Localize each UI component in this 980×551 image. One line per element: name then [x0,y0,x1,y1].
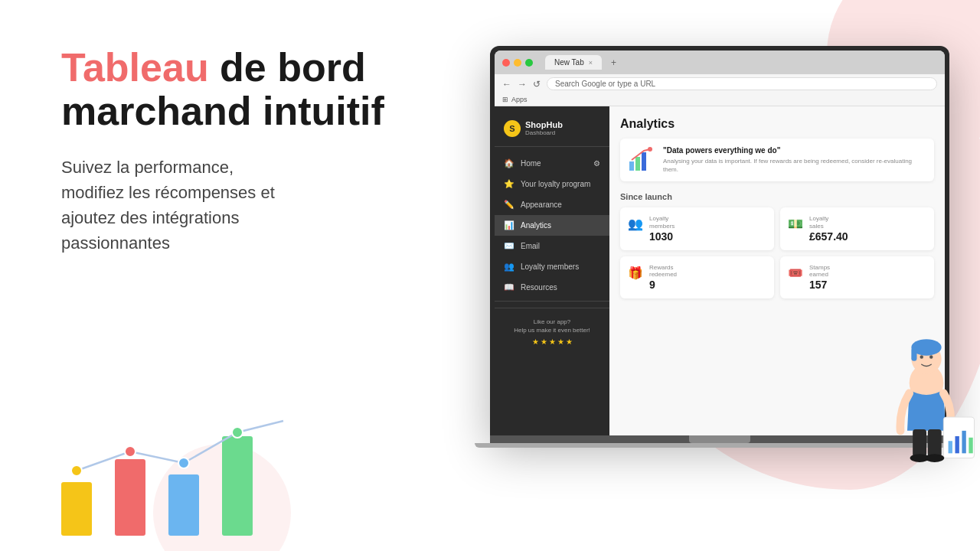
svg-rect-8 [629,161,634,171]
stat-members-value: 1030 [649,230,766,243]
subtitle: Suivez la performance,modifiez les récom… [61,155,444,256]
headline: Tableau de bordmarchand intuitif [61,46,444,133]
star-3: ★ [549,337,556,346]
analytics-icon: 📊 [504,220,514,230]
logo-icon: S [504,120,521,137]
sidebar-item-home[interactable]: 🏠 Home ⚙ [495,153,609,174]
svg-point-25 [920,355,923,358]
stat-stamps-value: 157 [809,279,926,291]
quote-card: "Data powers everything we do" Analysing… [620,139,934,181]
svg-rect-20 [969,438,972,454]
sidebar-footer: Like our app? Help us make it even bette… [495,308,609,355]
traffic-light-yellow[interactable] [514,59,521,67]
sidebar-appearance-label: Appearance [521,201,562,209]
star-rating[interactable]: ★ ★ ★ ★ ★ [504,337,600,346]
quote-chart-icon [628,146,655,174]
stat-loyalty-members: 👥 Loyaltymembers 1030 [620,207,774,249]
svg-point-24 [925,454,944,462]
nav-back-button[interactable]: ← [502,79,511,90]
laptop-notch [689,435,750,443]
stat-rewards-value: 9 [649,279,766,291]
star-1: ★ [532,337,539,346]
logo-text: ShopHub Dashboard [525,121,563,136]
svg-rect-15 [911,347,916,361]
svg-rect-10 [642,152,646,171]
home-icon: 🏠 [504,158,514,168]
stat-sales-value: £657.40 [809,230,926,243]
sidebar-item-loyalty-program[interactable]: ⭐ Your loyalty program [495,174,609,194]
logo-sub: Dashboard [525,129,563,136]
traffic-light-green[interactable] [525,59,533,67]
sidebar-logo: S ShopHub Dashboard [495,116,609,147]
browser-tab[interactable]: New Tab × [545,55,602,70]
sidebar-item-appearance[interactable]: ✏️ Appearance [495,194,609,215]
browser-titlebar: New Tab × + [495,51,945,74]
traffic-lights [502,59,533,67]
quote-text-block: "Data powers everything we do" Analysing… [663,146,926,174]
stat-rewards-label: Rewardsredeemed [649,264,766,279]
stat-sales-icon: 💵 [788,217,803,231]
resources-icon: 📖 [504,282,514,292]
sidebar-analytics-label: Analytics [521,221,551,230]
stat-sales-label: Loyaltysales [809,215,926,230]
nav-refresh-button[interactable]: ↺ [533,79,541,90]
headline-highlight: Tableau [61,45,209,90]
left-panel: Tableau de bordmarchand intuitif Suivez … [0,0,490,551]
svg-rect-22 [928,429,942,457]
svg-point-11 [648,147,652,152]
svg-rect-19 [962,431,965,453]
stat-stamps-label: Stampsearned [809,264,926,279]
apps-label: Apps [511,96,528,103]
apps-bar: ⊞ Apps [495,93,945,106]
stat-rewards-icon: 🎁 [628,266,643,280]
apps-grid-icon: ⊞ [502,96,508,103]
email-icon: ✉️ [504,241,514,251]
appearance-icon: ✏️ [504,200,514,210]
sidebar-item-email[interactable]: ✉️ Email [495,236,609,256]
stat-members-icon: 👥 [628,217,643,231]
svg-rect-21 [913,429,926,457]
sidebar-members-label: Loyalty members [521,262,579,271]
sidebar-resources-label: Resources [521,283,557,292]
stat-stamps-icon: 🎟️ [788,266,803,280]
stat-stamps-earned: 🎟️ Stampsearned 157 [780,256,934,298]
svg-point-26 [929,355,933,358]
svg-rect-17 [949,441,952,453]
loyalty-icon: ⭐ [504,179,514,189]
svg-rect-18 [956,436,959,453]
stat-rewards-redeemed: 🎁 Rewardsredeemed 9 [620,256,774,298]
sidebar-loyalty-label: Your loyalty program [521,180,590,188]
character-illustration [865,321,980,513]
right-panel: New Tab × + ← → ↺ Search Google or type … [459,0,980,551]
stats-grid: 👥 Loyaltymembers 1030 💵 Loyaltysales [620,207,934,298]
browser-addressbar: ← → ↺ Search Google or type a URL [495,74,945,93]
stat-members-label: Loyaltymembers [649,215,766,230]
svg-rect-9 [635,157,640,171]
quote-sub-text: Analysing your data is important. If few… [663,157,926,174]
sidebar-email-label: Email [521,242,540,250]
tab-label: New Tab [554,58,584,67]
sidebar-item-loyalty-members[interactable]: 👥 Loyalty members [495,256,609,277]
logo-name: ShopHub [525,121,563,129]
members-icon: 👥 [504,262,514,272]
sidebar-item-analytics[interactable]: 📊 Analytics [495,215,609,236]
star-2: ★ [541,337,547,346]
tab-close-button[interactable]: × [589,59,593,67]
star-5: ★ [566,337,573,346]
star-4: ★ [557,337,564,346]
sidebar-item-resources[interactable]: 📖 Resources [495,277,609,298]
sidebar-divider [495,301,609,302]
sidebar: S ShopHub Dashboard 🏠 Home [495,106,609,435]
sidebar-home-label: Home [521,159,541,168]
new-tab-button[interactable]: + [611,57,616,68]
quote-main-text: "Data powers everything we do" [663,146,926,155]
sidebar-footer-text1: Like our app? [504,318,600,326]
traffic-light-red[interactable] [502,59,510,67]
nav-forward-button[interactable]: → [518,79,527,90]
since-launch-label: Since launch [620,192,934,201]
sidebar-footer-text2: Help us make it even better! [504,326,600,334]
analytics-page-title: Analytics [620,117,934,131]
address-input[interactable]: Search Google or type a URL [547,77,937,90]
stat-loyalty-sales: 💵 Loyaltysales £657.40 [780,207,934,249]
gear-icon[interactable]: ⚙ [593,159,600,168]
